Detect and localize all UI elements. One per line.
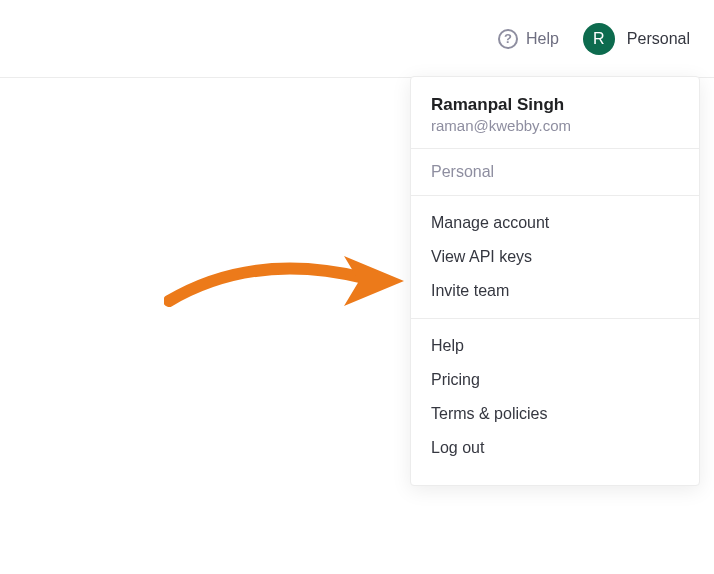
account-label: Personal: [627, 30, 690, 48]
menu-item-pricing[interactable]: Pricing: [411, 363, 699, 397]
user-email: raman@kwebby.com: [431, 117, 679, 134]
account-menu-trigger[interactable]: R Personal: [583, 23, 690, 55]
annotation-arrow-icon: [164, 246, 414, 316]
account-dropdown: Ramanpal Singh raman@kwebby.com Personal…: [410, 76, 700, 486]
menu-group-account: Manage account View API keys Invite team: [411, 196, 699, 318]
help-label: Help: [526, 30, 559, 48]
help-icon: ?: [498, 29, 518, 49]
help-link[interactable]: ? Help: [498, 29, 559, 49]
menu-group-misc: Help Pricing Terms & policies Log out: [411, 319, 699, 475]
dropdown-user-info: Ramanpal Singh raman@kwebby.com: [411, 87, 699, 148]
menu-item-invite-team[interactable]: Invite team: [411, 274, 699, 308]
menu-item-manage-account[interactable]: Manage account: [411, 206, 699, 240]
menu-item-help[interactable]: Help: [411, 329, 699, 363]
avatar-initial: R: [593, 30, 605, 48]
avatar: R: [583, 23, 615, 55]
header: ? Help R Personal: [0, 0, 714, 78]
menu-item-view-api-keys[interactable]: View API keys: [411, 240, 699, 274]
user-name: Ramanpal Singh: [431, 95, 679, 115]
menu-item-logout[interactable]: Log out: [411, 431, 699, 465]
menu-item-terms[interactable]: Terms & policies: [411, 397, 699, 431]
org-label: Personal: [411, 149, 699, 195]
